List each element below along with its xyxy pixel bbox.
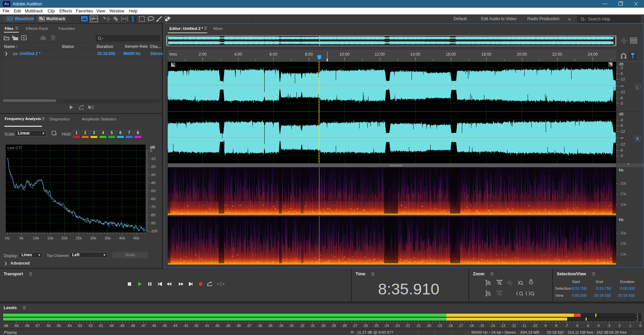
svg-text:-40: -40 xyxy=(150,181,156,185)
svg-text:-30: -30 xyxy=(150,173,156,177)
svg-text:5k: 5k xyxy=(19,236,23,240)
svg-text:15k: 15k xyxy=(47,236,54,240)
svg-text:45k: 45k xyxy=(133,236,140,240)
svg-text:Hz: Hz xyxy=(5,236,10,240)
svg-text:-10: -10 xyxy=(150,157,156,161)
svg-text:-60: -60 xyxy=(150,197,156,201)
svg-text:25k: 25k xyxy=(76,236,82,240)
svg-text:40k: 40k xyxy=(119,236,125,240)
svg-text:20k: 20k xyxy=(61,236,68,240)
svg-text:-80: -80 xyxy=(150,213,156,217)
svg-text:-20: -20 xyxy=(150,165,156,169)
svg-text:35k: 35k xyxy=(105,236,111,240)
svg-text:-50: -50 xyxy=(150,189,156,193)
svg-text:dB: dB xyxy=(150,145,155,149)
svg-text:30k: 30k xyxy=(90,236,97,240)
svg-text:-70: -70 xyxy=(150,205,156,209)
svg-text:-100: -100 xyxy=(150,229,158,233)
svg-text:-90: -90 xyxy=(150,221,156,225)
svg-text:10k: 10k xyxy=(33,236,39,240)
svg-text:Live CTI: Live CTI xyxy=(7,146,22,150)
